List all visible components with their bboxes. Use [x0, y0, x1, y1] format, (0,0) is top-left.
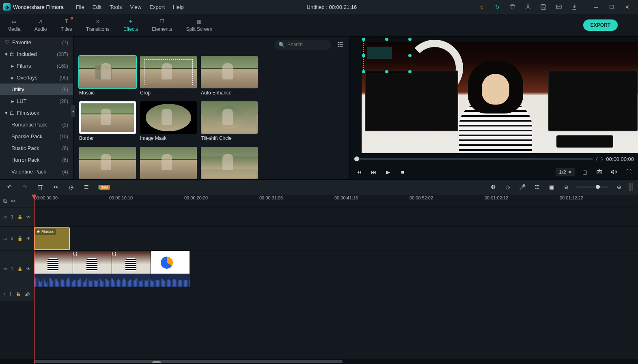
sidebar-item-lut[interactable]: ▸LUT(28)	[0, 95, 73, 107]
crop-tool-icon[interactable]: ▣	[547, 183, 556, 192]
preview-zoom-select[interactable]: 1/2▾	[556, 168, 575, 176]
tab-titles[interactable]: TTitles	[57, 16, 75, 34]
audio-beta-button[interactable]: ⦀⦀Beta	[97, 184, 110, 191]
tab-effects[interactable]: ✦Effects	[120, 16, 141, 34]
effect-border[interactable]: Border	[79, 101, 136, 141]
effect-tilt-shift-circle[interactable]: Tilt-shift Circle	[201, 101, 258, 141]
tab-splitscreen[interactable]: ▥Split Screen	[183, 16, 216, 34]
sidebar-item-overlays[interactable]: ▸Overlays(90)	[0, 72, 73, 84]
close-button[interactable]: ✕	[619, 1, 635, 13]
zoom-out-button[interactable]: ⊖	[562, 183, 571, 192]
sidebar-item-included[interactable]: ▾ 🗀Included(287)	[0, 48, 73, 60]
split-button[interactable]: ✂	[51, 183, 60, 192]
grid-view-icon[interactable]	[337, 41, 343, 48]
trash-icon[interactable]	[507, 2, 518, 12]
timeline-scrollbar[interactable]	[0, 359, 638, 364]
next-frame-button[interactable]: ⏭	[369, 167, 378, 176]
zoom-in-button[interactable]: ⊕	[614, 183, 623, 192]
volume-icon[interactable]	[610, 167, 619, 176]
render-indicator[interactable]	[629, 183, 633, 191]
effect-face-off[interactable]: Face-off	[140, 147, 197, 179]
menu-edit[interactable]: Edit	[89, 2, 105, 12]
speed-button[interactable]: ◷	[67, 183, 75, 192]
download-icon[interactable]	[569, 2, 580, 12]
sidebar-item-rustic-pack[interactable]: Rustic Pack(6)	[0, 142, 73, 154]
snapshot-icon[interactable]	[595, 167, 604, 176]
sidebar-item-romantic-pack[interactable]: Romantic Pack(2)	[0, 119, 73, 131]
search-input-wrapper[interactable]: 🔍	[274, 40, 331, 50]
minimize-button[interactable]: ─	[588, 1, 604, 13]
mic-icon[interactable]: 🎤	[518, 183, 527, 192]
sidebar-item-valentine-pack[interactable]: Valentine Pack(4)	[0, 166, 73, 178]
tab-transitions[interactable]: ⤭Transitions	[83, 16, 113, 34]
effect-crop[interactable]: Crop	[140, 56, 197, 96]
mail-icon[interactable]	[554, 2, 564, 12]
track-body[interactable]: ▶My Video1 { }{ }	[34, 251, 638, 287]
redo-button[interactable]: ↷	[20, 183, 29, 192]
menu-tools[interactable]: Tools	[106, 2, 125, 12]
refresh-icon[interactable]: ↻	[492, 2, 502, 12]
save-icon[interactable]	[538, 2, 549, 12]
link-icon[interactable]: ⚯	[11, 198, 15, 204]
lock-icon[interactable]: 🔓	[17, 267, 22, 271]
clip-my-video1[interactable]: ▶My Video1 { }{ }	[34, 251, 190, 274]
collapse-sidebar-button[interactable]: ◂	[71, 105, 75, 117]
fullscreen-icon[interactable]: ⛶	[624, 167, 633, 176]
maximize-button[interactable]: ☐	[604, 1, 619, 13]
preview-canvas[interactable]	[349, 36, 638, 153]
menu-help[interactable]: Help	[170, 2, 187, 12]
lock-icon[interactable]: 🔓	[17, 215, 22, 219]
effect-shape-mask[interactable]: Shape Mask	[79, 147, 136, 179]
eye-icon[interactable]: 👁	[26, 215, 30, 219]
lock-icon[interactable]: 🔓	[17, 236, 22, 241]
effects-sidebar[interactable]: ♡Favorite(1)▾ 🗀Included(287)▸Filters(160…	[0, 36, 73, 179]
clip-audio-waveform[interactable]	[34, 274, 190, 287]
sidebar-item-favorite[interactable]: ♡Favorite(1)	[0, 36, 73, 48]
sidebar-item-filters[interactable]: ▸Filters(160)	[0, 60, 73, 72]
effect-image-mask[interactable]: Image Mask	[140, 101, 197, 141]
tab-audio[interactable]: ♫Audio	[31, 16, 50, 34]
eye-icon[interactable]: 👁	[26, 267, 30, 271]
effect-auto-enhance[interactable]: Auto Enhance	[201, 56, 258, 96]
stop-button[interactable]: ■	[398, 167, 407, 176]
display-icon[interactable]: ▢	[580, 167, 589, 176]
effect-mosaic[interactable]: Mosaic	[79, 56, 136, 96]
track-manager-icon[interactable]: ⧉	[3, 198, 7, 204]
prev-frame-button[interactable]: ⏮	[354, 167, 363, 176]
export-button[interactable]: EXPORT	[583, 19, 618, 31]
menu-view[interactable]: View	[127, 2, 144, 12]
clip-mosaic-effect[interactable]: ★Mosaic	[34, 227, 70, 250]
tab-media[interactable]: ▭Media	[4, 16, 24, 34]
marker-icon[interactable]: ◇	[503, 183, 512, 192]
adjust-button[interactable]: ☰	[82, 183, 91, 192]
tab-elements[interactable]: ❒Elements	[149, 16, 175, 34]
account-icon[interactable]	[523, 2, 533, 12]
play-button[interactable]: ▶	[384, 167, 392, 176]
track-body[interactable]: ★Mosaic	[34, 227, 638, 251]
sidebar-item-horror-pack[interactable]: Horror Pack(6)	[0, 154, 73, 166]
effect-tilt-shift-linear[interactable]: Tilt-shift Linear	[201, 147, 258, 179]
undo-button[interactable]: ↶	[5, 183, 14, 192]
track-body[interactable]	[34, 208, 638, 226]
sidebar-item-sparkle-pack[interactable]: Sparkle Pack(10)	[0, 131, 73, 142]
selection-box[interactable]	[363, 39, 410, 72]
timeline-ruler[interactable]: 00:00:00:0000:00:10:1000:00:20:2000:00:3…	[34, 195, 638, 208]
mark-in-icon[interactable]: {	[596, 156, 598, 162]
menu-export[interactable]: Export	[146, 2, 168, 12]
sidebar-item-utility[interactable]: Utility(9)	[0, 84, 73, 95]
preview-scrubber[interactable]	[353, 158, 593, 160]
playhead[interactable]	[34, 195, 34, 364]
speaker-icon[interactable]: 🔊	[25, 292, 30, 296]
search-input[interactable]	[287, 42, 324, 47]
lock-icon[interactable]: 🔓	[16, 292, 21, 296]
track-body[interactable]	[34, 287, 638, 301]
zoom-slider[interactable]	[576, 186, 609, 188]
color-wheel-icon[interactable]: ❂	[489, 183, 498, 192]
menu-file[interactable]: File	[73, 2, 88, 12]
lightbulb-icon[interactable]: ☼	[476, 2, 487, 12]
sidebar-item-filmstock[interactable]: ▾ 🗀Filmstock	[0, 107, 73, 119]
eye-icon[interactable]: 👁	[26, 236, 30, 241]
mark-out-icon[interactable]: }	[601, 156, 603, 162]
mixer-icon[interactable]: ☷	[532, 183, 541, 192]
delete-button[interactable]	[36, 183, 45, 192]
